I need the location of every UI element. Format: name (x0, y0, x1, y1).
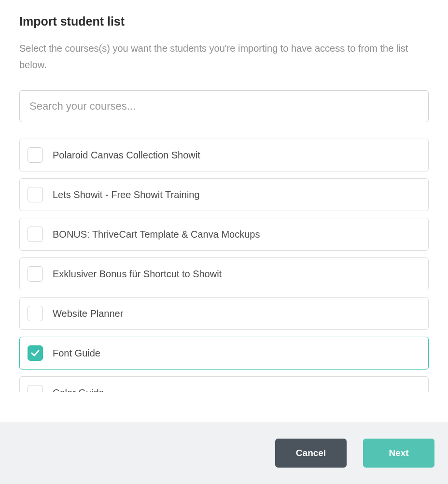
course-label: Lets Showit - Free Showit Training (53, 189, 200, 200)
checkbox[interactable] (28, 345, 43, 361)
course-item[interactable]: Font Guide (19, 337, 429, 370)
course-label: Font Guide (53, 348, 100, 359)
course-item[interactable]: Lets Showit - Free Showit Training (19, 178, 429, 211)
checkbox[interactable] (28, 147, 43, 163)
checkbox[interactable] (28, 187, 43, 202)
search-input[interactable] (19, 90, 429, 122)
cancel-button[interactable]: Cancel (275, 439, 347, 468)
course-list: Polaroid Canvas Collection ShowitLets Sh… (19, 139, 429, 392)
course-label: BONUS: ThriveCart Template & Canva Mocku… (53, 229, 260, 240)
checkbox[interactable] (28, 266, 43, 282)
check-icon (31, 350, 40, 356)
course-item[interactable]: BONUS: ThriveCart Template & Canva Mocku… (19, 218, 429, 251)
course-item[interactable]: Polaroid Canvas Collection Showit (19, 139, 429, 171)
course-item[interactable]: Website Planner (19, 297, 429, 330)
course-label: Exklusiver Bonus für Shortcut to Showit (53, 269, 222, 280)
course-item[interactable]: Color Guide (19, 376, 429, 392)
footer: Cancel Next (0, 422, 448, 484)
page-title: Import student list (19, 14, 429, 28)
next-button[interactable]: Next (363, 439, 434, 468)
checkbox[interactable] (28, 306, 43, 321)
checkbox[interactable] (28, 227, 43, 242)
course-item[interactable]: Exklusiver Bonus für Shortcut to Showit (19, 257, 429, 290)
course-label: Color Guide (53, 387, 104, 392)
checkbox[interactable] (28, 385, 43, 392)
course-label: Website Planner (53, 308, 123, 319)
page-subtitle: Select the courses(s) you want the stude… (19, 40, 429, 73)
course-label: Polaroid Canvas Collection Showit (53, 150, 200, 161)
